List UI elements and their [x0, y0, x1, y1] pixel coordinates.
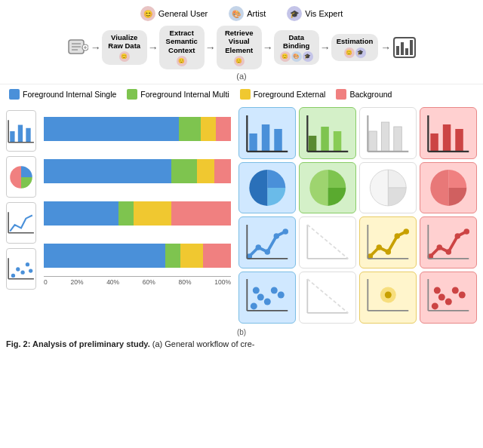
section-b: 0 20% 40% 60% 80% 100% [0, 104, 483, 326]
seg-3-2 [180, 244, 203, 268]
svg-point-17 [26, 262, 29, 266]
bar-row-0 [44, 110, 231, 148]
legend-item-0: Foreground Internal Single [9, 89, 116, 100]
svg-point-42 [255, 244, 260, 250]
svg-point-83 [451, 287, 458, 294]
legend-item-2: Foreground External [240, 89, 326, 100]
svg-point-45 [282, 229, 288, 234]
svg-point-65 [251, 303, 257, 310]
arrow-5: → [380, 41, 391, 54]
user-expert: 🎓 Vis Expert [287, 6, 343, 21]
svg-point-84 [458, 292, 465, 299]
step1-avatar-u: 😊 [119, 51, 130, 62]
seg-1-2 [197, 159, 214, 183]
svg-point-61 [454, 233, 460, 238]
thumb-2-0 [238, 216, 296, 268]
svg-rect-36 [430, 133, 438, 151]
svg-line-50 [307, 225, 348, 259]
legend-color-0 [9, 89, 20, 100]
legend: Foreground Internal Single Foreground In… [0, 84, 483, 104]
svg-point-55 [403, 229, 408, 234]
svg-rect-37 [443, 124, 451, 151]
svg-point-81 [438, 294, 445, 301]
svg-point-59 [436, 244, 441, 250]
svg-point-54 [394, 233, 399, 238]
seg-0-0 [44, 117, 179, 141]
legend-label-3: Background [349, 90, 392, 99]
svg-rect-8 [18, 124, 23, 142]
svg-rect-32 [381, 121, 389, 151]
svg-point-44 [273, 233, 278, 238]
x-label-2: 40% [106, 278, 119, 286]
bar-stack-2 [44, 201, 231, 226]
x-label-5: 100% [214, 278, 231, 286]
bar-stack-0 [44, 117, 231, 141]
chart-icon-scatter [6, 248, 36, 290]
svg-point-82 [445, 299, 452, 305]
step5-avatar-u: 😊 [344, 48, 355, 58]
seg-3-0 [44, 244, 165, 268]
svg-point-66 [257, 294, 264, 301]
thumb-0-1 [299, 107, 356, 159]
svg-point-53 [385, 249, 390, 254]
arrow-2: → [205, 41, 216, 54]
step4-avatar-e: 🎓 [303, 51, 313, 62]
seg-3-1 [165, 244, 180, 268]
user-artist: 🎨 Artist [229, 6, 266, 21]
svg-point-68 [270, 287, 277, 294]
thumb-2-1 [299, 216, 356, 268]
fig-caption: Fig. 2: Analysis of preliminary study. (… [0, 338, 483, 351]
seg-1-1 [171, 159, 198, 183]
seg-1-0 [44, 159, 171, 183]
bar-row-1 [44, 152, 231, 190]
svg-rect-21 [249, 133, 257, 151]
fig-caption-text: (a) General workflow of cre- [152, 339, 255, 348]
x-label-3: 60% [143, 278, 155, 286]
thumb-1-0 [238, 162, 296, 214]
bar-chart: 0 20% 40% 60% 80% 100% [41, 107, 231, 323]
thumb-1-1 [299, 162, 356, 214]
legend-color-2 [240, 89, 251, 100]
thumb-1-3 [420, 162, 477, 214]
bar-row-2 [44, 195, 231, 232]
seg-0-1 [179, 117, 202, 141]
step4-avatar-a: 🎨 [291, 51, 302, 62]
seg-2-3 [171, 201, 231, 226]
svg-rect-23 [274, 128, 281, 151]
x-label-0: 0 [44, 278, 48, 286]
arrow-3: → [263, 41, 273, 54]
x-axis: 0 20% 40% 60% 80% 100% [44, 276, 231, 286]
svg-point-77 [385, 292, 392, 299]
step3-avatar-u: 😊 [234, 56, 245, 66]
seg-2-2 [134, 201, 171, 226]
fig-caption-bold: Fig. 2: Analysis of preliminary study. [6, 339, 150, 348]
user-expert-label: Vis Expert [305, 9, 343, 18]
user-general: 😊 General User [140, 6, 208, 21]
chart-icons [5, 107, 38, 323]
workflow-step-5: Estimation 😊 🎓 [331, 34, 379, 60]
section-a: 😊 General User 🎨 Artist 🎓 Vis Expert [0, 0, 483, 84]
step5-avatar-e: 🎓 [355, 48, 366, 58]
svg-point-69 [277, 292, 284, 299]
legend-label-1: Foreground Internal Multi [140, 90, 229, 99]
legend-color-1 [127, 89, 137, 100]
svg-point-14 [11, 273, 15, 277]
legend-label-0: Foreground Internal Single [23, 90, 116, 99]
thumb-1-2 [359, 162, 417, 214]
x-label-1: 20% [70, 278, 83, 286]
thumb-0-2 [359, 107, 417, 159]
svg-rect-31 [369, 130, 377, 151]
workflow-end: Estimation 😊 🎓 → [331, 34, 417, 60]
svg-rect-7 [10, 131, 14, 143]
section-a-label: (a) [8, 72, 475, 81]
seg-0-2 [201, 117, 216, 141]
svg-rect-27 [321, 126, 328, 151]
thumb-3-2 [359, 272, 417, 324]
svg-point-16 [20, 270, 24, 274]
seg-0-3 [216, 117, 231, 141]
arrow-0: → [91, 41, 101, 54]
thumb-2-3 [420, 216, 477, 268]
user-artist-label: Artist [247, 9, 266, 18]
legend-label-2: Foreground External [254, 90, 326, 99]
legend-item-1: Foreground Internal Multi [127, 89, 229, 100]
